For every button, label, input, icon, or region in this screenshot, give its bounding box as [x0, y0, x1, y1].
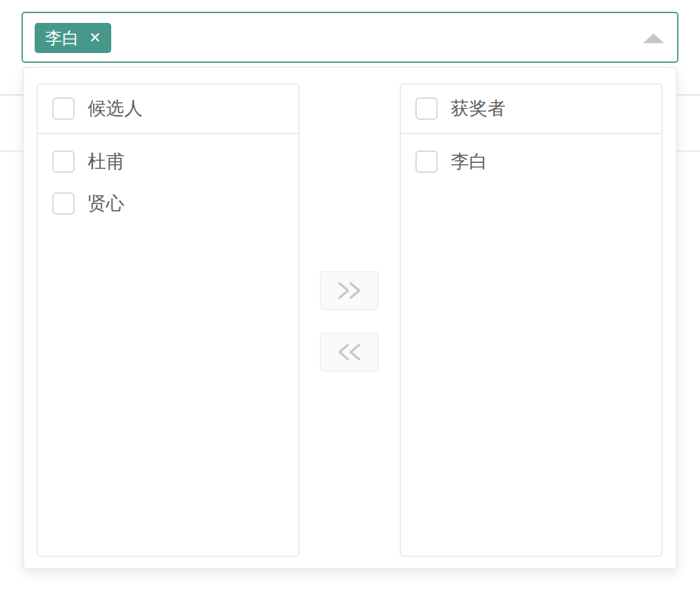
tag-close-icon[interactable]: ✕ [89, 31, 101, 45]
transfer-source-list: 候选人 杜甫 贤心 [37, 83, 300, 557]
chevrons-left-icon [335, 342, 364, 363]
caret-up-icon[interactable] [643, 33, 664, 43]
transfer-destination-items: 李白 [401, 134, 661, 183]
move-to-right-button[interactable] [320, 271, 379, 310]
transfer-source-header[interactable]: 候选人 [38, 84, 298, 134]
list-item[interactable]: 贤心 [38, 183, 298, 224]
chevrons-right-icon [335, 280, 364, 301]
list-item[interactable]: 杜甫 [38, 141, 298, 183]
transfer-source-title: 候选人 [88, 96, 143, 121]
destination-select-all-checkbox[interactable] [415, 98, 438, 120]
transfer-destination-list: 获奖者 李白 [400, 83, 663, 557]
selected-tag-label: 李白 [45, 29, 79, 46]
transfer-source-items: 杜甫 贤心 [38, 134, 298, 224]
dropdown-panel: 候选人 杜甫 贤心 [23, 67, 677, 569]
move-to-left-button[interactable] [320, 332, 379, 372]
item-checkbox[interactable] [415, 151, 438, 173]
item-label: 贤心 [88, 191, 124, 216]
transfer-destination-title: 获奖者 [451, 96, 506, 121]
item-label: 杜甫 [88, 149, 124, 174]
item-checkbox[interactable] [52, 151, 75, 173]
selected-tag[interactable]: 李白 ✕ [35, 23, 111, 53]
item-label: 李白 [451, 149, 487, 174]
source-select-all-checkbox[interactable] [52, 98, 75, 120]
page: 李白 ✕ 候选人 杜甫 贤心 [0, 0, 700, 589]
list-item[interactable]: 李白 [401, 141, 661, 183]
transfer-destination-header[interactable]: 获奖者 [401, 84, 661, 134]
multi-select-input[interactable]: 李白 ✕ [22, 12, 678, 63]
item-checkbox[interactable] [52, 192, 75, 215]
